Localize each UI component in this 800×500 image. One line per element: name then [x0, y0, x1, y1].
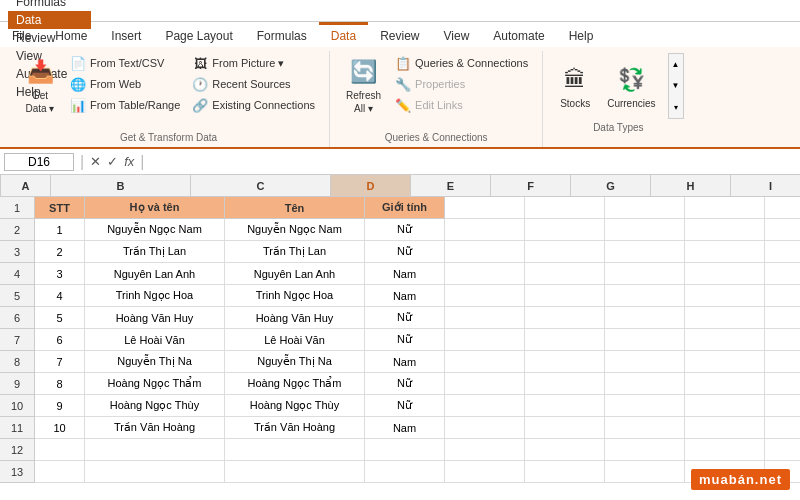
empty-cell-r8-c4[interactable]	[445, 351, 525, 373]
empty-cell-r10-c7[interactable]	[685, 395, 765, 417]
data-cell-r2-c1[interactable]: Nguyễn Ngọc Nam	[85, 219, 225, 241]
empty-cell-r12-c3[interactable]	[365, 439, 445, 461]
empty-cell-r8-c5[interactable]	[525, 351, 605, 373]
empty-cell-r10-c4[interactable]	[445, 395, 525, 417]
queries-connections-button[interactable]: 📋 Queries & Connections	[391, 53, 532, 73]
data-cell-r7-c0[interactable]: 6	[35, 329, 85, 351]
empty-cell-r13-c6[interactable]	[605, 461, 685, 483]
empty-cell-r1-c6[interactable]	[605, 197, 685, 219]
get-data-button[interactable]: 📥 Get Data ▾	[18, 53, 62, 119]
col-header-B[interactable]: B	[51, 175, 191, 197]
formula-input[interactable]	[150, 155, 796, 169]
ribbon-tab-review[interactable]: Review	[368, 22, 431, 47]
data-cell-r9-c2[interactable]: Hoàng Ngọc Thẩm	[225, 373, 365, 395]
empty-cell-r4-c6[interactable]	[605, 263, 685, 285]
empty-cell-r12-c8[interactable]	[765, 439, 800, 461]
row-header-11[interactable]: 11	[0, 417, 35, 439]
col-header-A[interactable]: A	[1, 175, 51, 197]
recent-sources-button[interactable]: 🕐 Recent Sources	[188, 74, 319, 94]
empty-cell-r6-c7[interactable]	[685, 307, 765, 329]
name-box[interactable]	[4, 153, 74, 171]
col-header-F[interactable]: F	[491, 175, 571, 197]
empty-cell-r2-c7[interactable]	[685, 219, 765, 241]
empty-cell-r10-c6[interactable]	[605, 395, 685, 417]
data-cell-r7-c1[interactable]: Lê Hoài Văn	[85, 329, 225, 351]
empty-cell-r13-c0[interactable]	[35, 461, 85, 483]
data-cell-r9-c1[interactable]: Hoàng Ngọc Thẩm	[85, 373, 225, 395]
scroll-up-button[interactable]: ▲	[669, 54, 683, 75]
empty-cell-r5-c4[interactable]	[445, 285, 525, 307]
empty-cell-r13-c3[interactable]	[365, 461, 445, 483]
empty-cell-r3-c4[interactable]	[445, 241, 525, 263]
col-header-G[interactable]: G	[571, 175, 651, 197]
ribbon-tab-page layout[interactable]: Page Layout	[153, 22, 244, 47]
row-header-13[interactable]: 13	[0, 461, 35, 483]
data-cell-r11-c3[interactable]: Nam	[365, 417, 445, 439]
ribbon-tab-data[interactable]: Data	[319, 22, 368, 47]
empty-cell-r1-c5[interactable]	[525, 197, 605, 219]
data-cell-r2-c3[interactable]: Nữ	[365, 219, 445, 241]
data-cell-r9-c0[interactable]: 8	[35, 373, 85, 395]
data-cell-r3-c2[interactable]: Trần Thị Lan	[225, 241, 365, 263]
data-cell-r6-c0[interactable]: 5	[35, 307, 85, 329]
empty-cell-r1-c4[interactable]	[445, 197, 525, 219]
empty-cell-r3-c7[interactable]	[685, 241, 765, 263]
from-table-range-button[interactable]: 📊 From Table/Range	[66, 95, 184, 115]
empty-cell-r7-c6[interactable]	[605, 329, 685, 351]
empty-cell-r12-c0[interactable]	[35, 439, 85, 461]
data-cell-r5-c3[interactable]: Nam	[365, 285, 445, 307]
menu-item-formulas[interactable]: Formulas	[8, 0, 91, 11]
ribbon-tab-home[interactable]: Home	[43, 22, 99, 47]
empty-cell-r13-c1[interactable]	[85, 461, 225, 483]
scroll-down-button[interactable]: ▾	[669, 97, 683, 118]
empty-cell-r13-c5[interactable]	[525, 461, 605, 483]
existing-connections-button[interactable]: 🔗 Existing Connections	[188, 95, 319, 115]
data-cell-r5-c2[interactable]: Trinh Ngọc Hoa	[225, 285, 365, 307]
data-cell-r5-c0[interactable]: 4	[35, 285, 85, 307]
empty-cell-r12-c1[interactable]	[85, 439, 225, 461]
ribbon-tab-formulas[interactable]: Formulas	[245, 22, 319, 47]
header-cell-2[interactable]: Tên	[225, 197, 365, 219]
row-header-8[interactable]: 8	[0, 351, 35, 373]
empty-cell-r8-c8[interactable]	[765, 351, 800, 373]
empty-cell-r9-c7[interactable]	[685, 373, 765, 395]
row-header-9[interactable]: 9	[0, 373, 35, 395]
data-cell-r4-c3[interactable]: Nam	[365, 263, 445, 285]
col-header-E[interactable]: E	[411, 175, 491, 197]
empty-cell-r6-c5[interactable]	[525, 307, 605, 329]
row-header-6[interactable]: 6	[0, 307, 35, 329]
empty-cell-r4-c5[interactable]	[525, 263, 605, 285]
empty-cell-r7-c7[interactable]	[685, 329, 765, 351]
empty-cell-r11-c7[interactable]	[685, 417, 765, 439]
data-cell-r8-c1[interactable]: Nguyễn Thị Na	[85, 351, 225, 373]
empty-cell-r6-c8[interactable]	[765, 307, 800, 329]
empty-cell-r12-c5[interactable]	[525, 439, 605, 461]
data-cell-r11-c2[interactable]: Trần Văn Hoàng	[225, 417, 365, 439]
empty-cell-r5-c8[interactable]	[765, 285, 800, 307]
data-cell-r6-c2[interactable]: Hoàng Văn Huy	[225, 307, 365, 329]
row-header-10[interactable]: 10	[0, 395, 35, 417]
empty-cell-r12-c7[interactable]	[685, 439, 765, 461]
empty-cell-r4-c4[interactable]	[445, 263, 525, 285]
ribbon-tab-file[interactable]: File	[0, 22, 43, 47]
empty-cell-r5-c6[interactable]	[605, 285, 685, 307]
row-header-7[interactable]: 7	[0, 329, 35, 351]
ribbon-tab-insert[interactable]: Insert	[99, 22, 153, 47]
empty-cell-r11-c6[interactable]	[605, 417, 685, 439]
data-cell-r8-c0[interactable]: 7	[35, 351, 85, 373]
data-cell-r10-c3[interactable]: Nữ	[365, 395, 445, 417]
empty-cell-r2-c4[interactable]	[445, 219, 525, 241]
data-cell-r6-c1[interactable]: Hoàng Văn Huy	[85, 307, 225, 329]
col-header-H[interactable]: H	[651, 175, 731, 197]
row-header-4[interactable]: 4	[0, 263, 35, 285]
data-cell-r8-c2[interactable]: Nguyễn Thị Na	[225, 351, 365, 373]
data-cell-r10-c0[interactable]: 9	[35, 395, 85, 417]
empty-cell-r8-c6[interactable]	[605, 351, 685, 373]
col-header-C[interactable]: C	[191, 175, 331, 197]
ribbon-tab-view[interactable]: View	[432, 22, 482, 47]
empty-cell-r9-c8[interactable]	[765, 373, 800, 395]
col-header-D[interactable]: D	[331, 175, 411, 197]
data-cell-r2-c0[interactable]: 1	[35, 219, 85, 241]
empty-cell-r4-c7[interactable]	[685, 263, 765, 285]
ribbon-tab-help[interactable]: Help	[557, 22, 606, 47]
